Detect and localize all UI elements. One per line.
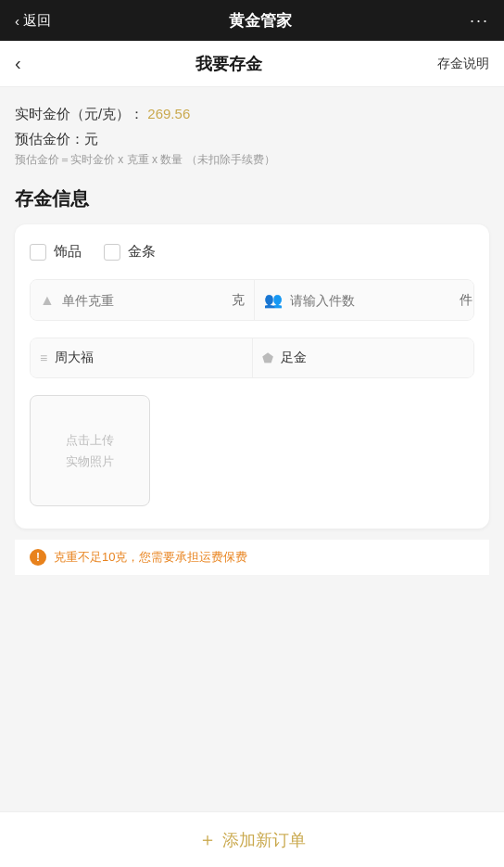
main-content: 实时金价（元/克）： 269.56 预估金价：元 预估金价＝实时金价 x 克重 …	[0, 87, 504, 575]
brand-select-cell[interactable]: ≡ 周大福	[31, 338, 253, 377]
jewelry-label: 饰品	[54, 243, 82, 261]
count-input-cell: 👥 件	[255, 280, 474, 320]
deposit-info-title: 存金信息	[15, 186, 489, 211]
upload-line1: 点击上传	[66, 429, 114, 451]
weight-warning-row: ! 克重不足10克，您需要承担运费保费	[15, 540, 489, 575]
material-icon: ⬟	[262, 351, 273, 365]
gold-bar-label: 金条	[128, 243, 156, 261]
upload-line2: 实物照片	[66, 451, 114, 472]
weight-input[interactable]	[62, 293, 224, 308]
real-time-price-row: 实时金价（元/克）： 269.56	[15, 106, 489, 123]
material-value: 足金	[281, 350, 307, 366]
deposit-info-card: 饰品 金条 ▲ 克 👥 件 ≡ 周大福	[15, 224, 489, 529]
brand-value: 周大福	[55, 350, 94, 366]
brand-material-select-row: ≡ 周大福 ⬟ 足金	[30, 338, 474, 378]
estimate-price-row: 预估金价：元	[15, 131, 489, 148]
more-icon[interactable]: ···	[470, 11, 489, 31]
top-bar-back-label: 返回	[23, 12, 51, 30]
add-order-button[interactable]: ＋ 添加新订单	[198, 827, 306, 852]
weight-icon: ▲	[40, 292, 55, 309]
estimate-price-note: 预估金价＝实时金价 x 克重 x 数量 （未扣除手续费）	[15, 152, 489, 168]
real-time-price-value: 269.56	[147, 106, 190, 121]
top-bar: ‹ 返回 黄金管家 ···	[0, 0, 504, 41]
warning-text: 克重不足10克，您需要承担运费保费	[54, 549, 247, 566]
weight-input-cell: ▲ 克	[31, 280, 255, 320]
page-title: 我要存金	[195, 53, 262, 75]
count-icon: 👥	[264, 291, 283, 309]
weight-unit: 克	[232, 292, 245, 309]
gold-bar-checkbox-item[interactable]: 金条	[104, 243, 156, 261]
real-time-price-label: 实时金价（元/克）：	[15, 106, 144, 121]
photo-upload-area[interactable]: 点击上传 实物照片	[30, 395, 150, 506]
gold-bar-checkbox[interactable]	[104, 244, 120, 261]
weight-count-input-row: ▲ 克 👥 件	[30, 279, 474, 321]
add-order-label: 添加新订单	[222, 829, 306, 851]
count-input[interactable]	[290, 293, 452, 308]
secondary-header: ‹ 我要存金 存金说明	[0, 41, 504, 87]
count-unit: 件	[460, 292, 472, 309]
top-bar-back-button[interactable]: ‹ 返回	[15, 12, 51, 30]
top-bar-title: 黄金管家	[229, 10, 292, 32]
material-select-cell[interactable]: ⬟ 足金	[253, 338, 474, 377]
bottom-bar: ＋ 添加新订单	[0, 811, 504, 867]
secondary-back-button[interactable]: ‹	[15, 53, 21, 74]
estimate-price-label: 预估金价：元	[15, 131, 98, 147]
jewelry-checkbox[interactable]	[30, 244, 46, 261]
add-plus-icon: ＋	[198, 827, 217, 852]
jewelry-checkbox-item[interactable]: 饰品	[30, 243, 82, 261]
warning-icon: !	[30, 549, 46, 566]
back-arrow-icon: ‹	[15, 13, 19, 29]
type-checkbox-row: 饰品 金条	[30, 243, 474, 261]
deposit-explanation-link[interactable]: 存金说明	[437, 56, 489, 72]
brand-icon: ≡	[40, 351, 47, 365]
